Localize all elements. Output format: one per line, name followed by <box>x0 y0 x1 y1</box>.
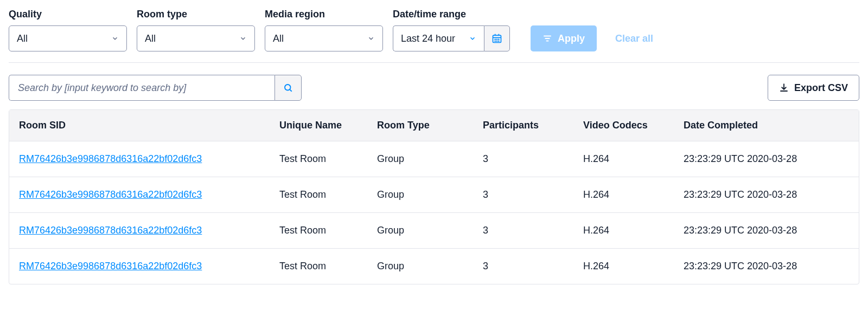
cell-participants: 3 <box>473 213 573 249</box>
export-csv-label: Export CSV <box>794 82 848 94</box>
svg-point-8 <box>497 41 497 42</box>
svg-line-14 <box>290 89 291 91</box>
cell-completed: 23:23:29 UTC 2020-03-28 <box>674 141 859 177</box>
svg-point-6 <box>499 39 499 40</box>
filter-roomtype-select[interactable]: All <box>137 25 255 51</box>
svg-point-9 <box>499 41 499 42</box>
cell-name: Test Room <box>270 249 367 284</box>
cell-participants: 3 <box>473 141 573 177</box>
table-row: RM76426b3e9986878d6316a22bf02d6fc3Test R… <box>9 141 859 177</box>
col-header-name: Unique Name <box>270 110 367 141</box>
col-header-completed: Date Completed <box>674 110 859 141</box>
room-sid-link[interactable]: RM76426b3e9986878d6316a22bf02d6fc3 <box>19 189 202 200</box>
room-sid-link[interactable]: RM76426b3e9986878d6316a22bf02d6fc3 <box>19 261 202 271</box>
filter-roomtype-value: All <box>145 33 156 44</box>
cell-participants: 3 <box>473 249 573 284</box>
room-sid-link[interactable]: RM76426b3e9986878d6316a22bf02d6fc3 <box>19 225 202 236</box>
calendar-button[interactable] <box>484 25 510 51</box>
cell-codecs: H.264 <box>573 213 674 249</box>
chevron-down-icon <box>367 35 375 42</box>
filter-daterange: Date/time range Last 24 hour <box>393 9 510 51</box>
filter-daterange-value: Last 24 hour <box>401 33 455 44</box>
filter-mediaregion: Media region All <box>265 9 383 51</box>
search-wrap <box>9 75 302 101</box>
clear-all-label: Clear all <box>615 33 653 44</box>
filter-quality-value: All <box>17 33 28 44</box>
filter-mediaregion-value: All <box>273 33 284 44</box>
cell-type: Group <box>367 213 473 249</box>
filter-quality: Quality All <box>9 9 127 51</box>
table-row: RM76426b3e9986878d6316a22bf02d6fc3Test R… <box>9 249 859 284</box>
export-csv-button[interactable]: Export CSV <box>768 75 859 101</box>
cell-name: Test Room <box>270 213 367 249</box>
cell-codecs: H.264 <box>573 141 674 177</box>
download-icon <box>779 83 789 93</box>
svg-point-13 <box>285 85 291 90</box>
rooms-table: Room SID Unique Name Room Type Participa… <box>9 109 859 284</box>
filter-roomtype-label: Room type <box>137 9 255 20</box>
search-button[interactable] <box>275 75 302 101</box>
col-header-codecs: Video Codecs <box>573 110 674 141</box>
filter-mediaregion-label: Media region <box>265 9 383 20</box>
filter-quality-label: Quality <box>9 9 127 20</box>
svg-point-4 <box>495 39 495 40</box>
calendar-icon <box>492 33 502 44</box>
cell-name: Test Room <box>270 177 367 213</box>
chevron-down-icon <box>239 35 247 42</box>
cell-type: Group <box>367 177 473 213</box>
cell-type: Group <box>367 141 473 177</box>
filter-daterange-select[interactable]: Last 24 hour <box>393 25 484 51</box>
cell-completed: 23:23:29 UTC 2020-03-28 <box>674 177 859 213</box>
table-row: RM76426b3e9986878d6316a22bf02d6fc3Test R… <box>9 177 859 213</box>
room-sid-link[interactable]: RM76426b3e9986878d6316a22bf02d6fc3 <box>19 153 202 164</box>
clear-all-link[interactable]: Clear all <box>615 25 653 51</box>
cell-codecs: H.264 <box>573 177 674 213</box>
cell-completed: 23:23:29 UTC 2020-03-28 <box>674 213 859 249</box>
search-icon <box>283 83 293 93</box>
chevron-down-icon <box>469 35 476 42</box>
table-header-row: Room SID Unique Name Room Type Participa… <box>9 110 859 141</box>
table-row: RM76426b3e9986878d6316a22bf02d6fc3Test R… <box>9 213 859 249</box>
col-header-type: Room Type <box>367 110 473 141</box>
filter-quality-select[interactable]: All <box>9 25 127 51</box>
cell-codecs: H.264 <box>573 249 674 284</box>
filter-daterange-label: Date/time range <box>393 9 510 20</box>
filter-roomtype: Room type All <box>137 9 255 51</box>
cell-completed: 23:23:29 UTC 2020-03-28 <box>674 249 859 284</box>
cell-participants: 3 <box>473 177 573 213</box>
chevron-down-icon <box>111 35 119 42</box>
apply-button-label: Apply <box>558 33 585 44</box>
filter-icon <box>542 34 552 43</box>
cell-type: Group <box>367 249 473 284</box>
col-header-participants: Participants <box>473 110 573 141</box>
filter-mediaregion-select[interactable]: All <box>265 25 383 51</box>
col-header-sid: Room SID <box>9 110 270 141</box>
cell-name: Test Room <box>270 141 367 177</box>
search-export-row: Export CSV <box>9 63 859 109</box>
filters-bar: Quality All Room type All Media region A… <box>9 9 859 63</box>
svg-point-7 <box>495 41 495 42</box>
apply-button[interactable]: Apply <box>531 25 597 51</box>
svg-point-5 <box>497 39 497 40</box>
search-input[interactable] <box>9 75 275 101</box>
